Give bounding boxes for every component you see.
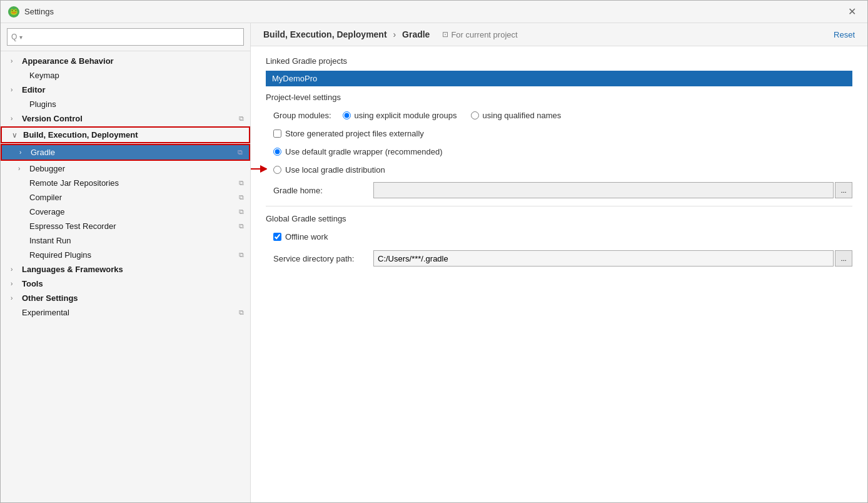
group-modules-option2-text: using qualified names [483, 111, 562, 120]
sidebar-item-label: Languages & Frameworks [22, 265, 123, 274]
linked-gradle-label: Linked Gradle projects [266, 56, 852, 66]
project-level-label: Project-level settings [266, 93, 852, 102]
use-local-gradle-label[interactable]: Use local gradle distribution [273, 165, 385, 175]
expand-arrow: › [11, 295, 19, 302]
store-generated-label[interactable]: Store generated project files externally [273, 129, 424, 138]
sidebar-item-editor[interactable]: › Editor [1, 83, 250, 97]
copy-icon: ⧉ [239, 208, 244, 216]
sidebar-item-label: Espresso Test Recorder [29, 221, 116, 231]
sidebar-item-other-settings[interactable]: › Other Settings [1, 291, 250, 305]
sidebar-item-experimental[interactable]: Experimental ⧉ [1, 305, 250, 320]
expand-arrow: › [11, 115, 19, 122]
offline-work-label[interactable]: Offline work [273, 232, 328, 241]
sidebar-item-label: Remote Jar Repositories [29, 178, 119, 188]
service-directory-input[interactable] [373, 250, 834, 267]
expand-arrow: › [11, 58, 19, 64]
breadcrumb: Build, Execution, Deployment › Gradle [263, 29, 430, 39]
sidebar-item-label: Compiler [29, 193, 62, 202]
offline-work-checkbox[interactable] [273, 233, 281, 241]
use-local-gradle-radio[interactable] [273, 166, 281, 174]
panel-header: Build, Execution, Deployment › Gradle ⊡ … [251, 23, 867, 46]
breadcrumb-current: Gradle [402, 29, 430, 39]
sidebar-item-languages[interactable]: › Languages & Frameworks [1, 262, 250, 277]
sidebar-item-build-execution[interactable]: ∨ Build, Execution, Deployment [1, 126, 250, 143]
panel-body: Linked Gradle projects MyDemoPro Project… [251, 46, 867, 502]
sidebar-item-label: Experimental [22, 308, 69, 317]
group-modules-option1-text: using explicit module groups [355, 111, 457, 120]
service-directory-label: Service directory path: [273, 254, 373, 263]
main-panel: Build, Execution, Deployment › Gradle ⊡ … [251, 23, 867, 502]
project-item[interactable]: MyDemoPro [266, 71, 852, 86]
group-modules-option1-label[interactable]: using explicit module groups [343, 111, 457, 120]
store-generated-checkbox[interactable] [273, 130, 281, 138]
search-dropdown-icon: ▾ [19, 34, 23, 41]
global-gradle-label: Global Gradle settings [266, 214, 852, 223]
search-wrapper[interactable]: Q ▾ [7, 28, 244, 46]
store-generated-row: Store generated project files externally [273, 126, 852, 141]
copy-icon: ⧉ [239, 114, 244, 123]
divider [266, 206, 852, 206]
sidebar-item-version-control[interactable]: › Version Control ⧉ [1, 111, 250, 126]
sidebar-item-plugins[interactable]: Plugins [1, 97, 250, 111]
gradle-home-browse-button[interactable]: ... [835, 182, 852, 198]
group-modules-radio2[interactable] [471, 111, 479, 119]
nav-tree: › Appearance & Behavior Keymap › Editor … [1, 51, 250, 502]
search-bar: Q ▾ [1, 23, 250, 51]
gradle-home-row: Gradle home: ... [273, 182, 852, 198]
sidebar-item-instant-run[interactable]: Instant Run [1, 233, 250, 248]
search-icon: Q [11, 33, 17, 41]
sidebar-item-label: Required Plugins [29, 250, 91, 260]
service-directory-row: Service directory path: ... [273, 250, 852, 267]
expand-arrow: › [11, 86, 19, 93]
gradle-home-label: Gradle home: [273, 186, 373, 195]
sidebar-item-compiler[interactable]: Compiler ⧉ [1, 190, 250, 205]
service-directory-browse-button[interactable]: ... [835, 250, 852, 267]
expand-arrow: › [11, 266, 19, 273]
sidebar-item-gradle[interactable]: › Gradle ⧉ [1, 144, 250, 161]
copy-icon: ⧉ [239, 251, 244, 259]
sidebar-item-required-plugins[interactable]: Required Plugins ⧉ [1, 248, 250, 262]
use-local-gradle-row: Use local gradle distribution [273, 163, 852, 177]
copy-icon: ⧉ [239, 193, 244, 201]
offline-work-row: Offline work [273, 230, 852, 244]
app-icon: 🐸 [8, 6, 19, 18]
sidebar-item-label: Plugins [29, 99, 56, 109]
use-default-gradle-row: Use default gradle wrapper (recommended) [273, 145, 852, 159]
sidebar-item-label: Keymap [29, 71, 59, 80]
sidebar-item-keymap[interactable]: Keymap [1, 68, 250, 83]
group-modules-radio1[interactable] [343, 111, 351, 119]
reset-button[interactable]: Reset [834, 30, 855, 39]
for-project-label: For current project [451, 30, 517, 39]
close-button[interactable]: ✕ [844, 3, 860, 20]
sidebar-item-label: Debugger [29, 164, 65, 173]
gradle-home-input[interactable] [373, 182, 834, 198]
group-modules-option2-label[interactable]: using qualified names [471, 111, 562, 120]
sidebar-item-tools[interactable]: › Tools [1, 277, 250, 291]
sidebar-item-label: Editor [22, 85, 46, 94]
sidebar-item-label: Gradle [31, 148, 55, 157]
use-default-gradle-label[interactable]: Use default gradle wrapper (recommended) [273, 147, 442, 156]
expand-arrow: › [19, 149, 28, 156]
window-title: Settings [24, 7, 844, 16]
expand-arrow: ∨ [12, 131, 21, 140]
copy-icon: ⧉ [238, 148, 243, 156]
sidebar-item-label: Coverage [29, 207, 64, 216]
sidebar-item-remote-jar[interactable]: Remote Jar Repositories ⧉ [1, 176, 250, 190]
search-input[interactable] [25, 33, 240, 42]
sidebar-item-debugger[interactable]: › Debugger [1, 161, 250, 176]
breadcrumb-parent: Build, Execution, Deployment [263, 29, 387, 39]
sidebar-item-label: Appearance & Behavior [22, 56, 114, 66]
group-modules-row: Group modules: using explicit module gro… [273, 108, 852, 123]
title-bar: 🐸 Settings ✕ [1, 1, 867, 23]
copy-icon: ⧉ [239, 222, 244, 230]
group-modules-label: Group modules: [273, 111, 331, 120]
content-area: Q ▾ › Appearance & Behavior Keymap [1, 23, 867, 502]
sidebar: Q ▾ › Appearance & Behavior Keymap [1, 23, 251, 502]
expand-arrow: › [18, 165, 27, 172]
use-default-gradle-radio[interactable] [273, 148, 281, 156]
sidebar-item-coverage[interactable]: Coverage ⧉ [1, 205, 250, 219]
sidebar-item-appearance[interactable]: › Appearance & Behavior [1, 54, 250, 68]
sidebar-item-espresso[interactable]: Espresso Test Recorder ⧉ [1, 219, 250, 233]
settings-window: 🐸 Settings ✕ Q ▾ › Appearance & Behavior [0, 0, 868, 503]
sidebar-item-label: Version Control [22, 114, 83, 123]
